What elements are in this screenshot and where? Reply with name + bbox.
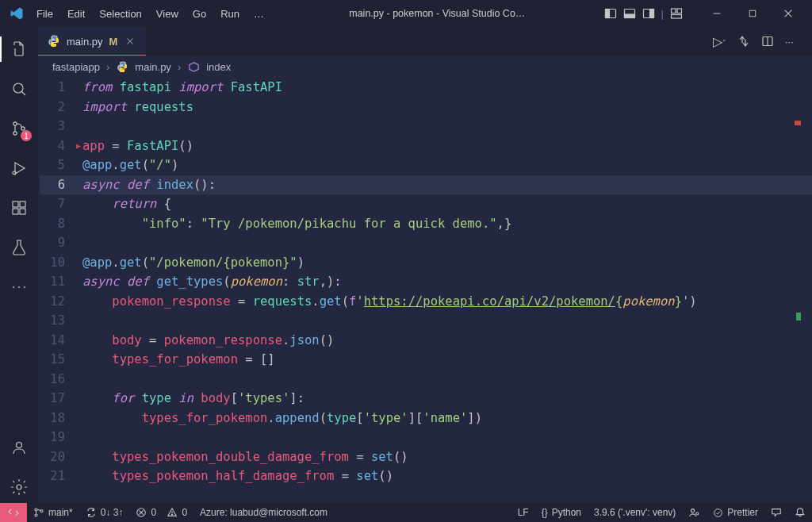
menu-bar: File Edit Selection View Go Run … — [30, 5, 270, 23]
feedback-icon[interactable] — [764, 503, 788, 522]
tab-bar: main.py M ▷˅ ··· — [38, 27, 812, 56]
panel-left-icon[interactable] — [604, 7, 617, 20]
svg-rect-8 — [672, 15, 682, 19]
layout-customize-icon[interactable] — [670, 7, 683, 20]
live-share-icon[interactable] — [682, 503, 707, 522]
editor-group: main.py M ▷˅ ··· fastapiapp › main.py › … — [38, 27, 812, 503]
title-bar: File Edit Selection View Go Run … main.p… — [0, 0, 812, 27]
tab-modified-indicator: M — [109, 36, 118, 48]
tab-main-py[interactable]: main.py M — [38, 27, 146, 56]
menu-edit[interactable]: Edit — [61, 5, 91, 23]
activity-bar: 1 — [0, 27, 38, 503]
git-sync[interactable]: 0↓ 3↑ — [79, 503, 130, 522]
panel-right-icon[interactable] — [642, 7, 655, 20]
code-editor[interactable]: 1from fastapi import FastAPI 2import req… — [38, 78, 812, 503]
breadcrumb-folder[interactable]: fastapiapp — [52, 61, 100, 73]
line-number: 3 — [40, 117, 82, 136]
menu-selection[interactable]: Selection — [93, 5, 147, 23]
change-marker[interactable] — [796, 313, 801, 320]
line-number: 6 — [40, 175, 82, 195]
azure-account[interactable]: Azure: luabud@microsoft.com — [193, 503, 334, 522]
explorer-icon[interactable] — [0, 33, 38, 65]
panel-bottom-icon[interactable] — [623, 7, 636, 20]
line-number: 16 — [40, 370, 82, 390]
more-icon[interactable] — [0, 271, 38, 303]
svg-rect-7 — [677, 9, 682, 13]
split-editor-icon[interactable] — [761, 35, 774, 48]
symbol-method-icon — [187, 60, 200, 73]
extensions-icon[interactable] — [0, 192, 38, 224]
breadcrumb-symbol[interactable]: index — [206, 61, 231, 73]
line-number: 4▶ — [40, 136, 82, 156]
problems-errors[interactable]: 0 0 — [129, 503, 193, 522]
svg-rect-1 — [605, 10, 609, 18]
menu-more[interactable]: … — [247, 5, 270, 23]
minimize-button[interactable] — [699, 0, 734, 27]
svg-rect-20 — [20, 202, 25, 207]
error-marker[interactable] — [795, 121, 801, 125]
svg-rect-10 — [749, 10, 756, 17]
scm-badge: 1 — [21, 130, 32, 141]
prettier-status[interactable]: Prettier — [707, 503, 764, 522]
svg-point-26 — [17, 443, 22, 448]
svg-rect-22 — [20, 209, 25, 214]
diff-icon[interactable] — [737, 35, 750, 48]
line-number: 21 — [40, 466, 82, 486]
line-number: 5 — [40, 155, 82, 175]
breakpoint-icon[interactable]: ▶ — [76, 136, 81, 156]
settings-gear-icon[interactable] — [0, 471, 38, 503]
svg-point-16 — [13, 132, 17, 135]
eol-indicator[interactable]: LF — [511, 503, 535, 522]
close-button[interactable] — [770, 0, 806, 27]
testing-icon[interactable] — [0, 232, 38, 263]
editor-more-icon[interactable]: ··· — [785, 36, 801, 48]
tab-label: main.py — [67, 36, 103, 48]
menu-go[interactable]: Go — [186, 5, 213, 23]
svg-rect-6 — [672, 9, 676, 13]
svg-point-24 — [18, 286, 21, 289]
svg-rect-19 — [13, 202, 18, 207]
line-number: 8 — [40, 214, 82, 234]
svg-rect-21 — [13, 209, 18, 214]
line-number: 19 — [40, 428, 82, 447]
run-debug-icon[interactable] — [0, 152, 38, 184]
python-file-icon — [116, 60, 128, 73]
line-number: 11 — [40, 272, 82, 292]
overview-ruler[interactable] — [795, 78, 801, 503]
python-interpreter[interactable]: 3.9.6 ('.venv': venv) — [588, 503, 682, 522]
run-file-button[interactable]: ▷˅ — [713, 34, 726, 49]
line-number: 14 — [40, 331, 82, 351]
remote-indicator[interactable] — [0, 503, 27, 522]
line-number: 2 — [40, 98, 82, 117]
menu-file[interactable]: File — [30, 5, 59, 23]
svg-point-25 — [24, 286, 26, 289]
menu-view[interactable]: View — [150, 5, 185, 23]
vscode-logo-icon — [10, 6, 24, 21]
breadcrumb[interactable]: fastapiapp › main.py › index — [38, 56, 812, 78]
svg-line-14 — [22, 92, 26, 96]
line-number: 15 — [40, 350, 82, 370]
line-number: 18 — [40, 409, 82, 428]
svg-rect-5 — [649, 10, 653, 18]
line-number: 20 — [40, 447, 82, 467]
layout-controls: | — [604, 7, 683, 20]
svg-point-33 — [35, 514, 37, 516]
git-branch[interactable]: main* — [27, 503, 79, 522]
language-mode[interactable]: {} Python — [535, 503, 588, 522]
window-title: main.py - pokemon - Visual Studio Co… — [270, 8, 604, 19]
accounts-icon[interactable] — [0, 432, 38, 463]
line-number: 12 — [40, 292, 82, 312]
source-control-icon[interactable]: 1 — [0, 113, 38, 144]
svg-point-42 — [714, 509, 722, 516]
svg-point-23 — [13, 286, 15, 289]
window-controls — [699, 0, 806, 27]
svg-point-32 — [35, 509, 37, 511]
close-tab-icon[interactable] — [124, 35, 136, 48]
notifications-icon[interactable] — [788, 503, 812, 522]
breadcrumb-file[interactable]: main.py — [135, 61, 171, 73]
search-icon[interactable] — [0, 73, 38, 105]
line-number: 9 — [40, 233, 82, 253]
menu-run[interactable]: Run — [214, 5, 246, 23]
svg-point-15 — [13, 122, 17, 125]
maximize-button[interactable] — [734, 0, 770, 27]
